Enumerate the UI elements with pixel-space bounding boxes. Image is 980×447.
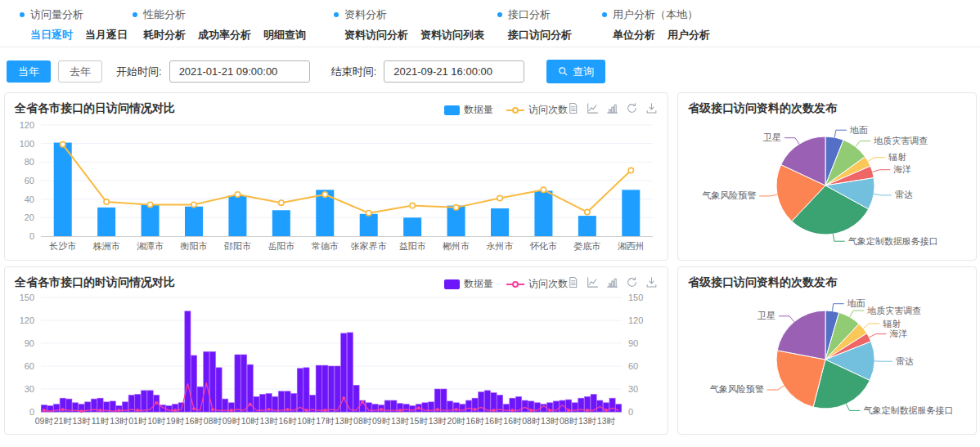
svg-text:01时: 01时 <box>128 416 147 426</box>
start-time-input[interactable] <box>169 60 310 83</box>
svg-text:80: 80 <box>25 157 34 167</box>
nav-item[interactable]: 接口访问分析 <box>508 28 572 42</box>
chart-toolbox <box>567 276 658 288</box>
pie-label: 卫星 <box>757 311 775 320</box>
bar-chart-icon[interactable] <box>606 276 618 288</box>
query-button[interactable]: 查询 <box>546 60 605 83</box>
svg-text:13时: 13时 <box>335 416 353 426</box>
svg-text:长沙市: 长沙市 <box>48 241 76 251</box>
nav-sub-items: 资料访问分析资料访问列表 <box>344 28 484 42</box>
nav-item[interactable]: 资料访问分析 <box>344 28 408 42</box>
svg-text:120: 120 <box>628 315 643 325</box>
top-nav: 访问量分析当日逐时当月逐日性能分析耗时分析成功率分析明细查询资料分析资料访问分析… <box>0 0 980 47</box>
pie-bottom-canvas: 地面地质灾害调查辐射海洋雷达气象定制数据服务接口气象风险预警卫星 <box>688 291 966 435</box>
line-chart-icon[interactable] <box>587 276 599 288</box>
svg-text:08时: 08时 <box>560 416 578 426</box>
line-chart-icon[interactable] <box>587 102 599 114</box>
legend-item[interactable]: 访问次数 <box>506 277 568 291</box>
pie-top-canvas: 地面地质灾害调查辐射海洋雷达气象定制数据服务接口气象风险预警卫星 <box>688 117 966 261</box>
pie-top-chart: 地面地质灾害调查辐射海洋雷达气象定制数据服务接口气象风险预警卫星 <box>688 117 966 257</box>
data-view-icon[interactable] <box>567 276 579 288</box>
panel-pie-top: 省级接口访问资料的次数发布 地面地质灾害调查辐射海洋雷达气象定制数据服务接口气象… <box>677 92 977 261</box>
nav-group: 用户分析（本地）单位分析用户分析 <box>602 7 710 42</box>
svg-text:13时: 13时 <box>260 416 279 426</box>
bullet-icon <box>133 12 137 17</box>
panel-title: 省级接口访问资料的次数发布 <box>688 275 966 289</box>
svg-text:益阳市: 益阳市 <box>399 241 426 251</box>
pie-label: 地质灾害调查 <box>873 136 928 145</box>
end-time-label: 结束时间: <box>331 65 377 79</box>
chart-legend: 数据量访问次数 <box>444 103 568 117</box>
svg-text:0: 0 <box>29 407 34 417</box>
pie-label: 海洋 <box>889 329 907 338</box>
svg-text:19时: 19时 <box>166 416 185 426</box>
restore-icon[interactable] <box>626 276 638 288</box>
last-year-button[interactable]: 去年 <box>58 60 102 83</box>
end-time-input[interactable] <box>384 60 524 83</box>
svg-text:娄底市: 娄底市 <box>573 241 600 251</box>
svg-text:60: 60 <box>25 361 34 371</box>
bullet-icon <box>497 12 502 17</box>
svg-text:09时: 09时 <box>372 416 391 426</box>
nav-sub-items: 接口访问分析 <box>508 28 572 42</box>
nav-group: 性能分析耗时分析成功率分析明细查询 <box>133 7 306 42</box>
legend-item[interactable]: 数据量 <box>444 103 493 117</box>
bullet-icon <box>602 12 607 17</box>
svg-text:08时: 08时 <box>522 416 541 426</box>
legend-item[interactable]: 数据量 <box>444 277 493 291</box>
nav-sub-items: 当日逐时当月逐日 <box>30 28 128 42</box>
pie-label: 地质灾害调查 <box>866 306 921 315</box>
dashboard-grid: 全省各市接口的日访问情况对比 数据量访问次数 020406080100120长沙… <box>0 92 980 435</box>
svg-text:150: 150 <box>20 293 34 302</box>
svg-text:08时: 08时 <box>204 416 223 426</box>
nav-sub-items: 单位分析用户分析 <box>613 28 710 42</box>
svg-text:10时: 10时 <box>297 416 316 426</box>
nav-item[interactable]: 当月逐日 <box>85 28 128 42</box>
svg-text:09时: 09时 <box>223 416 241 426</box>
restore-icon[interactable] <box>626 102 638 114</box>
svg-text:21时: 21时 <box>54 416 73 426</box>
svg-text:株洲市: 株洲市 <box>92 241 120 251</box>
nav-item[interactable]: 成功率分析 <box>198 28 251 42</box>
data-view-icon[interactable] <box>567 102 579 114</box>
svg-text:张家界市: 张家界市 <box>351 241 387 251</box>
svg-text:16时: 16时 <box>484 416 503 426</box>
download-icon[interactable] <box>645 276 658 288</box>
svg-text:衡阳市: 衡阳市 <box>180 241 208 251</box>
svg-text:13时: 13时 <box>541 416 560 426</box>
svg-text:0: 0 <box>29 231 34 241</box>
svg-text:100: 100 <box>20 139 34 149</box>
this-year-button[interactable]: 当年 <box>7 60 51 83</box>
svg-text:13时: 13时 <box>429 416 447 426</box>
pie-label: 辐射 <box>888 152 906 162</box>
panel-pie-bottom: 省级接口访问资料的次数发布 地面地质灾害调查辐射海洋雷达气象定制数据服务接口气象… <box>677 266 977 435</box>
nav-item[interactable]: 耗时分析 <box>143 28 186 42</box>
svg-text:08时: 08时 <box>353 416 372 426</box>
svg-text:10时: 10时 <box>241 416 260 426</box>
pie-label: 卫星 <box>762 132 781 142</box>
nav-item[interactable]: 当日逐时 <box>30 28 73 42</box>
pie-label: 气象风险预警 <box>702 190 756 200</box>
svg-text:60: 60 <box>628 361 638 371</box>
svg-text:30: 30 <box>628 384 638 394</box>
nav-item[interactable]: 单位分析 <box>613 28 655 42</box>
legend-item[interactable]: 访问次数 <box>506 103 568 117</box>
nav-group-title: 性能分析 <box>133 7 306 22</box>
bar-chart-icon[interactable] <box>606 102 618 114</box>
start-time-label: 开始时间: <box>116 65 162 79</box>
legend-line-marker-icon <box>506 110 524 111</box>
pie-label: 雷达 <box>895 190 913 199</box>
nav-group-title: 资料分析 <box>334 7 484 22</box>
svg-text:120: 120 <box>20 120 34 130</box>
svg-text:13时: 13时 <box>578 416 597 426</box>
pie-label: 地面 <box>847 298 865 308</box>
svg-text:90: 90 <box>628 338 638 348</box>
svg-text:20: 20 <box>25 212 34 222</box>
pie-bottom-chart: 地面地质灾害调查辐射海洋雷达气象定制数据服务接口气象风险预警卫星 <box>688 291 966 431</box>
pie-label: 气象定制数据服务接口 <box>863 405 953 415</box>
nav-group-title: 接口分析 <box>497 7 572 22</box>
download-icon[interactable] <box>645 102 658 114</box>
nav-item[interactable]: 用户分析 <box>668 28 710 42</box>
nav-item[interactable]: 资料访问列表 <box>420 28 484 42</box>
nav-item[interactable]: 明细查询 <box>263 28 306 42</box>
